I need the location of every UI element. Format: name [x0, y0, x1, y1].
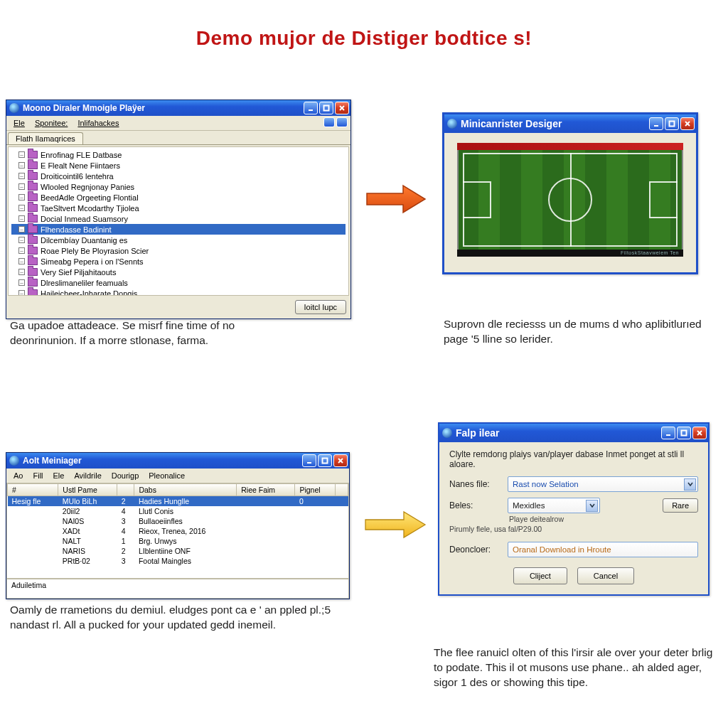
maximize-button[interactable] [677, 427, 691, 439]
win3-m4[interactable]: Dourigp [107, 470, 144, 481]
column-header[interactable] [336, 484, 348, 496]
twisty-icon[interactable]: – [18, 290, 25, 296]
tree-item[interactable]: –TaeSltvert Mcodarthy Tjiolea [11, 203, 346, 213]
folder-icon [28, 268, 38, 276]
tree-item[interactable]: –Docial Inmead Suamsory [11, 213, 346, 224]
twisty-icon[interactable]: – [18, 205, 25, 211]
cell [237, 526, 295, 536]
win1-menu-2[interactable]: Inlifahackes [73, 117, 123, 129]
win2-titlebar[interactable]: Minicanrister Desiger [444, 114, 696, 133]
table-row[interactable]: NAI0S3Bullaoeiinfles [8, 516, 348, 526]
beles-select[interactable]: Mexidles [508, 498, 600, 513]
download-select[interactable]: Oranal Download in Hroute [508, 542, 698, 557]
chevron-down-icon [684, 478, 696, 491]
twisty-icon[interactable]: – [18, 173, 25, 179]
maximize-button[interactable] [318, 454, 332, 467]
table-row[interactable]: NALT1Brg. Unwys [8, 536, 348, 546]
table-row[interactable]: XADt4Rieox, Trenea, 2016 [8, 526, 348, 536]
win3-m2[interactable]: Ele [49, 470, 69, 481]
column-header[interactable] [117, 484, 134, 496]
minimize-button[interactable] [649, 117, 663, 130]
cell: Bullaoeiinfles [134, 516, 237, 526]
rare-button[interactable]: Rare [663, 498, 698, 513]
tree-item[interactable]: –Simeabg Pepera i on l'Sennts [11, 256, 346, 267]
minimize-button[interactable] [661, 427, 675, 439]
folder-tree[interactable]: –Enrofinag FLE Datbase–E Flealt Nene Fii… [8, 146, 349, 296]
cell: NAI0S [58, 516, 117, 526]
win1-menu-0[interactable]: Ele [9, 117, 29, 129]
tab-main[interactable]: Flath Ilamaqrices [8, 132, 83, 144]
cell: 0 [295, 496, 336, 507]
tree-item[interactable]: –BeedAdle Orgeeting Flontial [11, 192, 346, 203]
tree-item[interactable]: –E Flealt Nene Fiintaers [11, 160, 346, 171]
twisty-icon[interactable]: – [18, 183, 25, 190]
table-row[interactable]: NARIS2LIblentiine ONF [8, 546, 348, 556]
minimize-button[interactable] [304, 102, 318, 114]
twisty-icon[interactable]: – [18, 151, 25, 158]
close-button[interactable] [692, 427, 707, 439]
tree-item[interactable]: –Droiticointil6 lentehra [11, 171, 346, 181]
cell: 1 [117, 536, 134, 546]
svg-rect-6 [670, 122, 675, 127]
twisty-icon[interactable]: – [18, 194, 25, 200]
table-row[interactable]: PRtB·023Footal Maingles [8, 556, 348, 566]
twisty-icon[interactable]: – [18, 237, 25, 243]
minimize-button[interactable] [302, 454, 316, 467]
tree-item[interactable]: –Wlooled Regnjonay Panies [11, 181, 346, 192]
ok-button[interactable]: Cliject [513, 567, 567, 584]
twisty-icon[interactable]: – [18, 247, 25, 254]
tree-item[interactable]: –Dilcembíay Duantanig es [11, 235, 346, 245]
cell [336, 506, 348, 516]
table-row[interactable]: Hesig fleMUlo BiLh2Hadies Hunglle0 [8, 496, 348, 507]
cancel-button[interactable]: Cancel [577, 567, 634, 584]
win1-titlebar[interactable]: Moono Diraler Mmoigle Plaÿer [6, 100, 350, 116]
tree-item[interactable]: –Haileicheer-Inharate Dongis [11, 288, 346, 296]
names-label: Nanes file: [449, 479, 500, 489]
win3-m3[interactable]: Avildrile [70, 470, 105, 481]
cell [336, 546, 348, 556]
dialog-window: Falp ilear Clylte remdorıg plaiys van/pl… [438, 422, 710, 596]
twisty-icon[interactable]: – [18, 258, 25, 264]
twisty-icon[interactable]: – [18, 226, 25, 232]
table-row[interactable]: 20iil24Llutl Conis [8, 506, 348, 516]
close-button[interactable] [335, 102, 349, 114]
load-button[interactable]: Ioitcl Iupc [295, 300, 346, 314]
win1-menu-1[interactable]: Sponitee: [31, 117, 72, 129]
names-select[interactable]: Rast now Selation [508, 476, 698, 492]
pin-icon[interactable] [336, 117, 348, 127]
tree-item[interactable]: –Flhendasse Badinint [11, 224, 346, 235]
twisty-icon[interactable]: – [18, 279, 25, 286]
tree-item[interactable]: –Dlreslimaneliler feamuals [11, 277, 346, 288]
win3-m1[interactable]: Fill [28, 470, 47, 481]
column-header[interactable]: Ustl Pame [58, 484, 117, 496]
tree-item-label: Simeabg Pepera i on l'Sennts [41, 257, 144, 266]
cell: 3 [117, 556, 134, 566]
twisty-icon[interactable]: – [18, 162, 25, 168]
caption-3: Oamly de rrametions du demiul. eludges p… [10, 603, 344, 633]
maximize-button[interactable] [319, 102, 333, 114]
cell [8, 516, 58, 526]
close-button[interactable] [333, 454, 348, 467]
cell: 2 [117, 546, 134, 556]
tree-item[interactable]: –Enrofinag FLE Datbase [11, 149, 346, 160]
folder-icon [28, 279, 38, 287]
win3-titlebar[interactable]: Aolt Meiniager [6, 453, 349, 469]
column-header[interactable]: Dabs [134, 484, 237, 496]
cell: 4 [117, 506, 134, 516]
win3-m0[interactable]: Ao [9, 470, 27, 481]
close-button[interactable] [680, 117, 695, 130]
win1-menubar: Ele Sponitee: Inlifahackes [6, 116, 350, 131]
maximize-button[interactable] [665, 117, 679, 130]
cell: Brg. Unwys [134, 536, 237, 546]
column-header[interactable]: Riee Faim [237, 484, 295, 496]
column-header[interactable]: Pignel [295, 484, 336, 496]
twisty-icon[interactable]: – [18, 269, 25, 275]
tree-item[interactable]: –Very Sief Piljahitaouts [11, 267, 346, 277]
column-header[interactable]: # [8, 484, 58, 496]
data-grid[interactable]: #Ustl PameDabsRiee FaimPignelHesig fleMU… [6, 483, 349, 579]
help-icon[interactable] [323, 117, 335, 127]
twisty-icon[interactable]: – [18, 215, 25, 222]
win3-m5[interactable]: Pleonalice [144, 470, 189, 481]
win4-titlebar[interactable]: Falp ilear [439, 424, 708, 442]
tree-item[interactable]: –Roae Plely Be Ployrasion Scier [11, 245, 346, 256]
